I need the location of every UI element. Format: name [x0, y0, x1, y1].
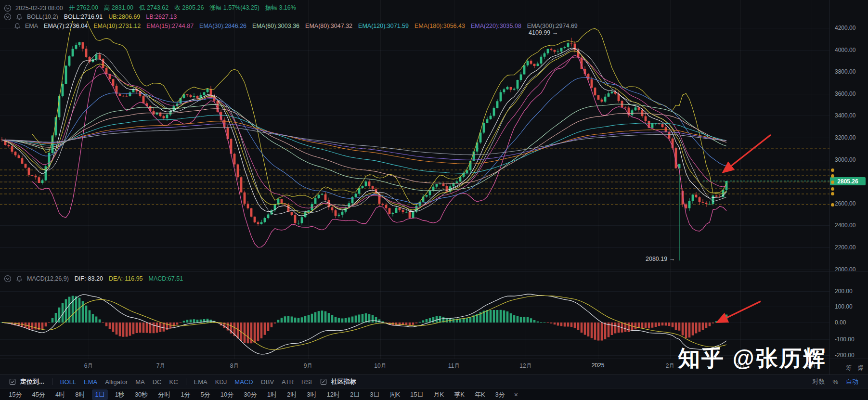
- timeframe-12时[interactable]: 12时: [324, 389, 342, 400]
- toolbar-item-对数[interactable]: 对数: [812, 377, 825, 386]
- bell-icon[interactable]: [15, 275, 23, 283]
- timeframe-2时[interactable]: 2时: [284, 389, 299, 400]
- ema-segment-1: EMA(7):2736.04: [44, 23, 88, 29]
- timeframe-1时[interactable]: 1时: [264, 389, 280, 400]
- level-dot[interactable]: [831, 174, 834, 178]
- chevron-circle-icon[interactable]: [4, 275, 12, 283]
- time-axis-label-11月: 11月: [448, 362, 460, 370]
- toolbar-item-OBV[interactable]: OBV: [261, 378, 274, 386]
- ohlc-segment-5: 涨幅 1.57%(43.25): [209, 4, 259, 12]
- macd-axis-label: 100.00: [835, 303, 853, 310]
- level-dot[interactable]: [831, 203, 834, 206]
- timeframe-15日[interactable]: 15日: [407, 389, 426, 400]
- ohlc-segment-4: 收 2805.26: [174, 4, 204, 12]
- toolbar-item-定位到...[interactable]: 定位到...: [9, 377, 44, 386]
- macd-axis-label: -100.00: [835, 336, 855, 343]
- toolbar-item-EMA[interactable]: EMA: [84, 378, 97, 386]
- timeframe-15分[interactable]: 15分: [6, 389, 25, 400]
- level-dot[interactable]: [831, 192, 834, 195]
- pane-divider[interactable]: [0, 271, 868, 271]
- toolbar-item-KC[interactable]: KC: [169, 378, 178, 386]
- timeframe-3日[interactable]: 3日: [367, 389, 382, 400]
- chevron-circle-icon[interactable]: [4, 13, 12, 21]
- macd-axis-label: 200.00: [835, 288, 853, 295]
- timeframe-1分[interactable]: 1分: [178, 389, 193, 400]
- ohlc-segment-1: 开 2762.00: [69, 4, 98, 12]
- timeframe-1日[interactable]: 1日: [92, 389, 107, 400]
- timeframe-月K[interactable]: 月K: [431, 389, 447, 400]
- toolbar-item-社区指标[interactable]: 社区指标: [320, 377, 356, 386]
- timeframe-1秒[interactable]: 1秒: [112, 389, 128, 400]
- timeframe-3时[interactable]: 3时: [304, 389, 319, 400]
- time-axis-label-9月: 9月: [304, 362, 313, 370]
- timeframe-年K[interactable]: 年K: [472, 389, 488, 400]
- time-axis-label-8月: 8月: [230, 362, 239, 370]
- gridlines: [0, 0, 829, 359]
- toolbar-item-MA[interactable]: MA: [135, 378, 145, 386]
- macd-axis-label: 0.00: [835, 319, 846, 326]
- macd-segment-0: MACD(12,26,9): [27, 275, 69, 282]
- timeframe-5分[interactable]: 5分: [198, 389, 213, 400]
- ema-segment-0: EMA: [25, 23, 38, 29]
- boll-indicator-bar: BOLL(10,2)BOLL:2716.91UB:2806.69LB:2627.…: [4, 13, 182, 21]
- price-axis-label: 2200.00: [835, 244, 855, 251]
- toolbar-item-自动[interactable]: 自动: [846, 377, 858, 386]
- toolbar-item-RSI[interactable]: RSI: [301, 378, 312, 386]
- toolbar-item-MACD[interactable]: MACD: [234, 378, 253, 386]
- timeframe-分时[interactable]: 分时: [155, 389, 173, 400]
- axis-vertical-divider: [829, 0, 830, 374]
- timeframe-8时[interactable]: 8时: [72, 389, 88, 400]
- last-price-tag: 2805.26: [830, 177, 866, 185]
- boll-segment-0: BOLL(10,2): [27, 13, 58, 20]
- timeframe-2日[interactable]: 2日: [347, 389, 363, 400]
- price-axis-label: 3400.00: [835, 112, 855, 119]
- time-axis-label-2月: 2月: [666, 362, 675, 370]
- timeframe-30秒[interactable]: 30秒: [132, 389, 151, 400]
- price-axis-label: 2400.00: [835, 222, 855, 229]
- bell-icon[interactable]: [15, 13, 23, 21]
- chevron-circle-icon[interactable]: [4, 4, 12, 12]
- ema-segment-7: EMA(120):3071.59: [358, 23, 409, 29]
- macd-axis-label: -200.00: [835, 352, 855, 359]
- indicator-lines: [2, 9, 726, 247]
- close-icon[interactable]: ×: [514, 391, 518, 399]
- level-dot[interactable]: [831, 168, 834, 172]
- time-axis-label-6月: 6月: [84, 362, 93, 370]
- price-axis-label: 3800.00: [835, 68, 855, 75]
- toolbar-item-EMA[interactable]: EMA: [194, 378, 207, 386]
- ema-segment-8: EMA(180):3056.43: [415, 23, 465, 29]
- bell-icon[interactable]: [13, 22, 21, 30]
- timeframe-3分[interactable]: 3分: [492, 389, 508, 400]
- timeframe-10分[interactable]: 10分: [218, 389, 236, 400]
- indicator-toolbar: 定位到...BOLLEMAAlligatorMADCKCEMAKDJMACDOB…: [0, 374, 868, 388]
- price-axis-label: 2600.00: [835, 200, 855, 207]
- time-axis-label-2025: 2025: [592, 362, 605, 369]
- candlestick-chart[interactable]: [0, 0, 829, 374]
- toolbar-item-ATR[interactable]: ATR: [282, 378, 294, 386]
- toolbar-item-BOLL[interactable]: BOLL: [60, 378, 76, 386]
- edit-icon[interactable]: [320, 378, 327, 386]
- toolbar-right: 对数%自动: [808, 377, 868, 386]
- toolbar-item-Alligator[interactable]: Alligator: [105, 378, 128, 386]
- timeframe-4时[interactable]: 4时: [52, 389, 68, 400]
- chip-button-爆[interactable]: 爆: [858, 364, 864, 372]
- toolbar-item-%[interactable]: %: [832, 378, 838, 386]
- chip-button-筹[interactable]: 筹: [846, 364, 852, 372]
- ohlc-segment-0: 2025-02-23 08:00: [15, 5, 63, 12]
- price-axis-label: 3600.00: [835, 90, 855, 97]
- toolbar-item-KDJ[interactable]: KDJ: [215, 378, 227, 386]
- macd-indicator-bar: MACD(12,26,9)DIF:-83.20DEA:-116.95MACD:6…: [4, 275, 189, 283]
- timeframe-季K[interactable]: 季K: [451, 389, 467, 400]
- timeframe-周K[interactable]: 周K: [387, 389, 403, 400]
- ema-segment-6: EMA(80):3047.32: [305, 23, 352, 29]
- toolbar-item-DC[interactable]: DC: [153, 378, 162, 386]
- level-dot[interactable]: [831, 187, 834, 191]
- timeframe-45分[interactable]: 45分: [29, 389, 48, 400]
- timeframe-30分[interactable]: 30分: [241, 389, 259, 400]
- watermark: 知乎 @张历辉: [678, 344, 827, 374]
- timeframe-bar: 15分45分4时8时1日1秒30秒分时1分5分10分30分1时2时3时12时2日…: [0, 388, 868, 400]
- checkbox-icon[interactable]: [9, 378, 16, 386]
- time-axis-label-7月: 7月: [156, 362, 166, 370]
- price-annotation-1: 2080.19 →: [646, 256, 675, 262]
- level-dot[interactable]: [831, 181, 834, 184]
